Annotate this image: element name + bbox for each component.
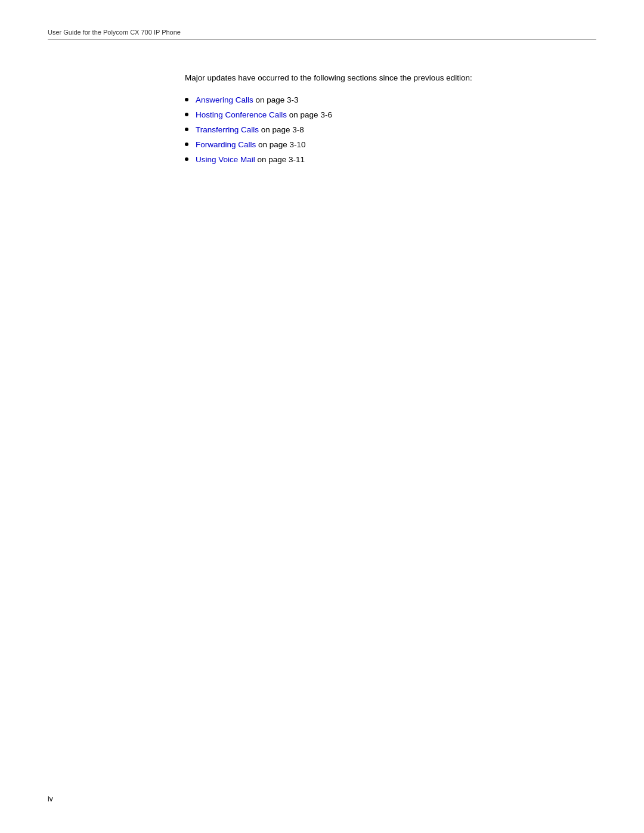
using-voice-mail-link[interactable]: Using Voice Mail: [196, 155, 255, 164]
list-item-content: Hosting Conference Calls on page 3-6: [196, 110, 332, 119]
using-voice-mail-page: on page 3-11: [255, 155, 305, 164]
transferring-calls-link[interactable]: Transferring Calls: [196, 125, 259, 134]
hosting-conference-calls-page: on page 3-6: [287, 110, 332, 119]
intro-paragraph: Major updates have occurred to the follo…: [185, 72, 596, 85]
bullet-dot: [185, 157, 188, 161]
list-item-content: Forwarding Calls on page 3-10: [196, 140, 306, 149]
bullet-dot: [185, 128, 188, 131]
page-number: iv: [48, 795, 53, 803]
transferring-calls-page: on page 3-8: [259, 125, 304, 134]
list-item: Forwarding Calls on page 3-10: [185, 140, 596, 149]
list-item: Transferring Calls on page 3-8: [185, 125, 596, 134]
list-item-content: Answering Calls on page 3-3: [196, 95, 299, 104]
bullet-dot: [185, 143, 188, 146]
updates-list: Answering Calls on page 3-3 Hosting Conf…: [185, 95, 596, 164]
forwarding-calls-page: on page 3-10: [256, 140, 305, 149]
list-item: Hosting Conference Calls on page 3-6: [185, 110, 596, 119]
header-title: User Guide for the Polycom CX 700 IP Pho…: [48, 29, 596, 36]
answering-calls-link[interactable]: Answering Calls: [196, 95, 253, 104]
page-header: User Guide for the Polycom CX 700 IP Pho…: [48, 29, 596, 40]
list-item: Using Voice Mail on page 3-11: [185, 155, 596, 164]
bullet-dot: [185, 98, 188, 101]
list-item: Answering Calls on page 3-3: [185, 95, 596, 104]
forwarding-calls-link[interactable]: Forwarding Calls: [196, 140, 256, 149]
answering-calls-page: on page 3-3: [253, 95, 299, 104]
list-item-content: Using Voice Mail on page 3-11: [196, 155, 305, 164]
page-content: Major updates have occurred to the follo…: [185, 72, 596, 170]
hosting-conference-calls-link[interactable]: Hosting Conference Calls: [196, 110, 287, 119]
bullet-dot: [185, 113, 188, 116]
header-rule: [48, 39, 596, 40]
list-item-content: Transferring Calls on page 3-8: [196, 125, 304, 134]
page-footer: iv: [48, 795, 53, 803]
